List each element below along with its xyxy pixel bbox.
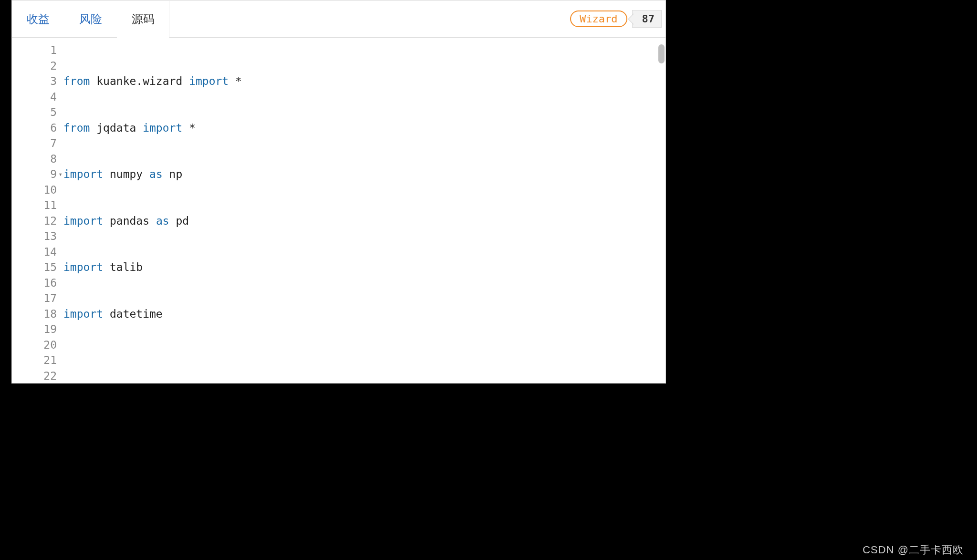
code-line: import datetime: [63, 306, 665, 322]
app-window: 收益 风险 源码 Wizard 87 1 2 3 4 5 6 7 8 9 10 …: [11, 0, 666, 384]
wizard-badge[interactable]: Wizard: [570, 10, 627, 27]
gutter-line: 10: [12, 182, 57, 198]
gutter-line: 20: [12, 337, 57, 353]
gutter-line: 5: [12, 104, 57, 120]
gutter-line: 18: [12, 306, 57, 322]
gutter-line: 17: [12, 290, 57, 306]
gutter-line: 19: [12, 321, 57, 337]
gutter-line: 13: [12, 228, 57, 244]
gutter-line: 3: [12, 73, 57, 89]
gutter-line: 15: [12, 259, 57, 275]
tabbar-right: Wizard 87: [570, 0, 665, 37]
scrollbar-thumb[interactable]: [658, 44, 665, 63]
tab-profit[interactable]: 收益: [12, 0, 64, 37]
code-line: import pandas as pd: [63, 213, 665, 229]
gutter-line: 2: [12, 58, 57, 74]
code-line: from jqdata import *: [63, 120, 665, 136]
gutter-line: 8: [12, 151, 57, 167]
gutter-line: 4: [12, 89, 57, 105]
watermark: CSDN @二手卡西欧: [863, 543, 964, 557]
code-area[interactable]: from kuanke.wizard import * from jqdata …: [63, 38, 665, 383]
gutter-line: 22: [12, 368, 57, 384]
gutter-line: 21: [12, 353, 57, 368]
code-editor[interactable]: 1 2 3 4 5 6 7 8 9 10 11 12 13 14 15 16 1…: [12, 38, 665, 383]
code-line: import numpy as np: [63, 166, 665, 182]
gutter-line: 7: [12, 135, 57, 151]
gutter-line: 14: [12, 244, 57, 260]
tab-bar: 收益 风险 源码 Wizard 87: [12, 0, 665, 38]
code-line: [63, 353, 665, 368]
gutter-line: 12: [12, 213, 57, 229]
gutter-line: 11: [12, 197, 57, 213]
tab-source[interactable]: 源码: [117, 1, 169, 38]
gutter-line-foldable[interactable]: 9: [12, 166, 57, 182]
gutter-line: 1: [12, 42, 57, 58]
gutter-line: 6: [12, 120, 57, 136]
gutter-line: 16: [12, 275, 57, 291]
count-badge[interactable]: 87: [632, 10, 662, 28]
code-line: from kuanke.wizard import *: [63, 73, 665, 89]
code-line: import talib: [63, 259, 665, 275]
tab-risk[interactable]: 风险: [64, 0, 117, 37]
gutter: 1 2 3 4 5 6 7 8 9 10 11 12 13 14 15 16 1…: [12, 38, 63, 383]
